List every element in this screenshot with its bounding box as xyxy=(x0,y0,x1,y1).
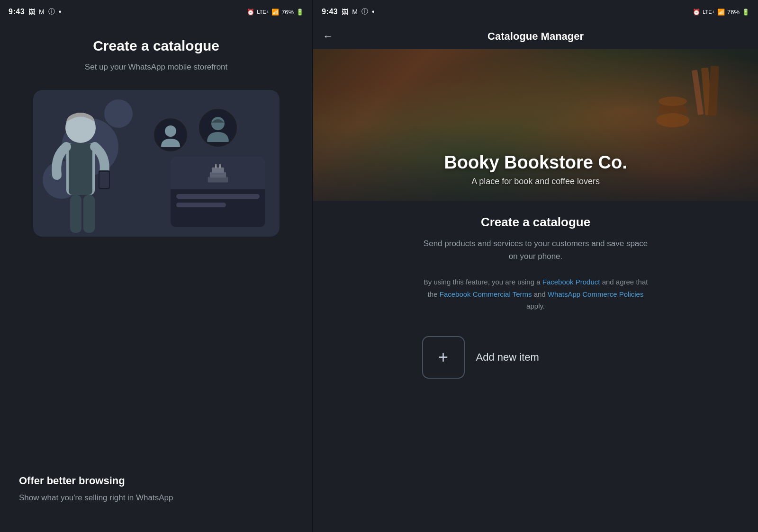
svg-rect-15 xyxy=(708,66,719,116)
right-battery-icon: 🔋 xyxy=(742,9,749,16)
left-time: 9:43 xyxy=(9,8,25,16)
right-time: 9:43 xyxy=(322,8,338,16)
add-item-row: + Add new item xyxy=(422,336,650,379)
right-dot-indicator: • xyxy=(372,8,375,16)
catalogue-description: Send products and services to your custo… xyxy=(422,237,650,263)
terms-post-text: apply. xyxy=(526,302,545,310)
svg-rect-4 xyxy=(99,172,109,188)
back-button[interactable]: ← xyxy=(323,30,333,43)
feature-title: Offer better browsing xyxy=(19,475,293,487)
image-icon: 🖼 xyxy=(28,8,35,16)
right-alarm-icon: ⏰ xyxy=(693,9,700,16)
product-line-1 xyxy=(176,194,260,199)
svg-rect-5 xyxy=(70,195,81,233)
catalogue-illustration xyxy=(33,90,280,237)
battery-text: 76% xyxy=(281,9,294,16)
left-page-title: Create a catalogue xyxy=(93,38,219,54)
svg-point-7 xyxy=(165,125,176,137)
avatar-bubble-1 xyxy=(154,118,187,151)
left-page-subtitle: Set up your WhatsApp mobile storefront xyxy=(85,62,227,73)
bottom-feature-section: Offer better browsing Show what you're s… xyxy=(0,475,312,532)
svg-point-18 xyxy=(659,97,687,106)
create-catalogue-title: Create a catalogue xyxy=(481,215,590,230)
alarm-icon: ⏰ xyxy=(247,9,254,16)
instagram-icon: ⓘ xyxy=(48,8,55,16)
right-top-header: ← Catalogue Manager xyxy=(313,24,758,49)
plus-icon: + xyxy=(438,347,448,367)
svg-rect-6 xyxy=(83,195,95,233)
right-signal-icon: 📶 xyxy=(717,9,725,16)
facebook-product-link[interactable]: Facebook Product xyxy=(542,278,600,286)
left-phone: 9:43 🖼 M ⓘ • ⏰ LTE+ 📶 76% 🔋 Create a cat… xyxy=(0,0,312,532)
dot-indicator: • xyxy=(59,8,62,16)
lte-indicator: LTE+ xyxy=(257,9,269,15)
svg-rect-2 xyxy=(69,143,92,195)
terms-and-text: and xyxy=(532,290,548,298)
store-name: Booky Bookstore Co. xyxy=(323,152,749,173)
signal-icon: 📶 xyxy=(271,9,279,16)
terms-pre-text: By using this feature, you are using a xyxy=(424,278,542,286)
svg-rect-11 xyxy=(212,168,224,173)
product-line-2 xyxy=(176,203,226,207)
left-main-content: Create a catalogue Set up your WhatsApp … xyxy=(14,24,298,475)
svg-point-8 xyxy=(211,117,225,130)
right-battery-text: 76% xyxy=(727,9,740,16)
svg-rect-16 xyxy=(692,70,704,115)
svg-rect-12 xyxy=(215,164,217,168)
right-instagram-icon: ⓘ xyxy=(361,8,368,16)
avatar-bubble-2 xyxy=(199,109,237,147)
product-card-info xyxy=(171,189,265,212)
right-image-icon: 🖼 xyxy=(342,8,348,16)
right-status-icons: ⏰ LTE+ 📶 76% 🔋 xyxy=(693,9,749,16)
right-phone: 9:43 🖼 M ⓘ • ⏰ LTE+ 📶 76% 🔋 ← Catalogue … xyxy=(313,0,758,532)
svg-rect-10 xyxy=(209,172,226,177)
product-card xyxy=(171,156,265,227)
right-mail-icon: M xyxy=(352,8,358,16)
store-hero-banner: Booky Bookstore Co. A place for book and… xyxy=(313,49,758,201)
mail-icon: M xyxy=(39,8,45,16)
battery-icon: 🔋 xyxy=(296,9,304,16)
right-body-content: Create a catalogue Send products and ser… xyxy=(313,201,758,532)
product-card-image xyxy=(171,156,265,189)
svg-rect-13 xyxy=(219,164,220,168)
facebook-commercial-link[interactable]: Facebook Commercial Terms xyxy=(440,290,532,298)
hero-text-container: Booky Bookstore Co. A place for book and… xyxy=(313,152,758,186)
right-status-bar: 9:43 🖼 M ⓘ • ⏰ LTE+ 📶 76% 🔋 xyxy=(313,0,758,24)
left-status-icons: ⏰ LTE+ 📶 76% 🔋 xyxy=(247,9,304,16)
add-item-button[interactable]: + xyxy=(422,336,465,379)
svg-rect-9 xyxy=(208,177,228,182)
left-status-bar: 9:43 🖼 M ⓘ • ⏰ LTE+ 📶 76% 🔋 xyxy=(0,0,312,24)
worker-figure xyxy=(43,104,118,237)
catalogue-manager-title: Catalogue Manager xyxy=(341,30,731,43)
add-item-label: Add new item xyxy=(476,351,539,364)
whatsapp-commerce-link[interactable]: WhatsApp Commerce Policies xyxy=(548,290,644,298)
feature-description: Show what you're selling right in WhatsA… xyxy=(19,492,293,504)
terms-paragraph: By using this feature, you are using a F… xyxy=(422,276,650,312)
store-description: A place for book and coffee lovers xyxy=(323,177,749,186)
right-lte-indicator: LTE+ xyxy=(703,9,715,15)
